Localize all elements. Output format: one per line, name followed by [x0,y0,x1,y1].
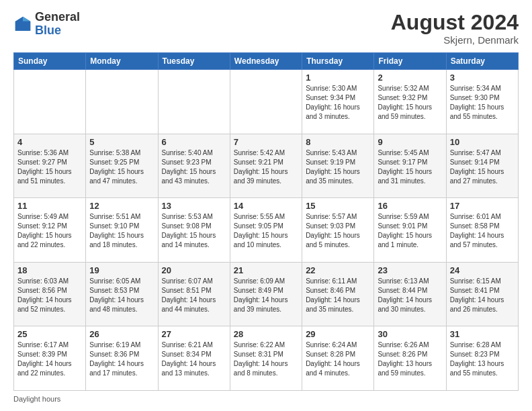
day-number: 15 [306,201,370,211]
table-row [230,70,302,134]
table-row: 26Sunrise: 6:19 AM Sunset: 8:36 PM Dayli… [86,326,158,391]
day-number: 10 [450,137,515,147]
col-friday: Friday [374,53,446,70]
table-row: 16Sunrise: 5:59 AM Sunset: 9:01 PM Dayli… [374,198,446,263]
logo-general: General [35,10,80,24]
table-row: 14Sunrise: 5:55 AM Sunset: 9:05 PM Dayli… [230,198,302,263]
table-row: 21Sunrise: 6:09 AM Sunset: 8:49 PM Dayli… [230,262,302,326]
day-info: Sunrise: 6:11 AM Sunset: 8:46 PM Dayligh… [306,277,370,314]
day-info: Sunrise: 6:15 AM Sunset: 8:41 PM Dayligh… [450,277,515,314]
logo-blue: Blue [35,24,61,37]
table-row: 25Sunrise: 6:17 AM Sunset: 8:39 PM Dayli… [14,326,86,391]
day-number: 2 [378,73,442,83]
table-row: 4Sunrise: 5:36 AM Sunset: 9:27 PM Daylig… [14,134,86,198]
table-row: 8Sunrise: 5:43 AM Sunset: 9:19 PM Daylig… [302,134,374,198]
day-number: 31 [450,329,515,339]
day-info: Sunrise: 6:21 AM Sunset: 8:34 PM Dayligh… [162,340,226,378]
table-row [86,70,158,134]
col-tuesday: Tuesday [158,53,230,70]
day-info: Sunrise: 6:26 AM Sunset: 8:26 PM Dayligh… [378,340,442,378]
col-wednesday: Wednesday [230,53,302,70]
day-number: 27 [162,329,226,339]
day-number: 25 [17,329,82,339]
day-number: 29 [306,329,370,339]
day-info: Sunrise: 5:47 AM Sunset: 9:14 PM Dayligh… [450,148,515,186]
day-number: 13 [162,201,226,211]
day-number: 23 [378,265,442,275]
table-row: 29Sunrise: 6:24 AM Sunset: 8:28 PM Dayli… [302,326,374,391]
table-row: 15Sunrise: 5:57 AM Sunset: 9:03 PM Dayli… [302,198,374,263]
table-row: 27Sunrise: 6:21 AM Sunset: 8:34 PM Dayli… [158,326,230,391]
calendar-table: Sunday Monday Tuesday Wednesday Thursday… [13,52,519,391]
calendar-week-row: 1Sunrise: 5:30 AM Sunset: 9:34 PM Daylig… [14,70,519,134]
day-number: 20 [162,265,226,275]
day-info: Sunrise: 6:07 AM Sunset: 8:51 PM Dayligh… [162,277,226,314]
day-info: Sunrise: 6:13 AM Sunset: 8:44 PM Dayligh… [378,277,442,314]
day-info: Sunrise: 6:17 AM Sunset: 8:39 PM Dayligh… [17,340,82,378]
day-info: Sunrise: 6:19 AM Sunset: 8:36 PM Dayligh… [89,340,154,378]
table-row: 31Sunrise: 6:28 AM Sunset: 8:23 PM Dayli… [446,326,518,391]
table-row: 11Sunrise: 5:49 AM Sunset: 9:12 PM Dayli… [14,198,86,263]
day-info: Sunrise: 5:55 AM Sunset: 9:05 PM Dayligh… [234,212,298,250]
table-row [14,70,86,134]
logo-icon [13,15,32,34]
title-block: August 2024 Skjern, Denmark [391,11,519,46]
day-info: Sunrise: 5:32 AM Sunset: 9:32 PM Dayligh… [378,84,442,122]
day-info: Sunrise: 5:36 AM Sunset: 9:27 PM Dayligh… [17,148,82,186]
day-number: 17 [450,201,515,211]
day-info: Sunrise: 6:24 AM Sunset: 8:28 PM Dayligh… [306,340,370,378]
day-number: 19 [89,265,154,275]
table-row: 12Sunrise: 5:51 AM Sunset: 9:10 PM Dayli… [86,198,158,263]
day-number: 5 [89,137,154,147]
day-number: 14 [234,201,298,211]
day-info: Sunrise: 5:59 AM Sunset: 9:01 PM Dayligh… [378,212,442,250]
day-number: 22 [306,265,370,275]
table-row: 22Sunrise: 6:11 AM Sunset: 8:46 PM Dayli… [302,262,374,326]
day-number: 1 [306,73,370,83]
page: General Blue August 2024 Skjern, Denmark… [0,0,532,411]
day-info: Sunrise: 5:57 AM Sunset: 9:03 PM Dayligh… [306,212,370,250]
calendar-week-row: 11Sunrise: 5:49 AM Sunset: 9:12 PM Dayli… [14,198,519,263]
calendar-week-row: 4Sunrise: 5:36 AM Sunset: 9:27 PM Daylig… [14,134,519,198]
day-info: Sunrise: 5:43 AM Sunset: 9:19 PM Dayligh… [306,148,370,186]
col-saturday: Saturday [446,53,518,70]
table-row: 2Sunrise: 5:32 AM Sunset: 9:32 PM Daylig… [374,70,446,134]
table-row: 9Sunrise: 5:45 AM Sunset: 9:17 PM Daylig… [374,134,446,198]
day-info: Sunrise: 6:22 AM Sunset: 8:31 PM Dayligh… [234,340,298,378]
footer: Daylight hours [13,395,519,403]
logo: General Blue [13,11,80,38]
table-row: 5Sunrise: 5:38 AM Sunset: 9:25 PM Daylig… [86,134,158,198]
table-row: 23Sunrise: 6:13 AM Sunset: 8:44 PM Dayli… [374,262,446,326]
table-row: 28Sunrise: 6:22 AM Sunset: 8:31 PM Dayli… [230,326,302,391]
day-info: Sunrise: 5:49 AM Sunset: 9:12 PM Dayligh… [17,212,82,250]
day-info: Sunrise: 5:53 AM Sunset: 9:08 PM Dayligh… [162,212,226,250]
day-info: Sunrise: 6:05 AM Sunset: 8:53 PM Dayligh… [89,277,154,314]
day-number: 21 [234,265,298,275]
day-number: 30 [378,329,442,339]
day-number: 16 [378,201,442,211]
day-number: 12 [89,201,154,211]
day-info: Sunrise: 6:09 AM Sunset: 8:49 PM Dayligh… [234,277,298,314]
table-row: 20Sunrise: 6:07 AM Sunset: 8:51 PM Dayli… [158,262,230,326]
day-number: 11 [17,201,82,211]
col-monday: Monday [86,53,158,70]
day-number: 28 [234,329,298,339]
svg-marker-1 [23,17,30,21]
day-number: 3 [450,73,515,83]
table-row [158,70,230,134]
col-sunday: Sunday [14,53,86,70]
calendar-header-row: Sunday Monday Tuesday Wednesday Thursday… [14,53,519,70]
table-row: 24Sunrise: 6:15 AM Sunset: 8:41 PM Dayli… [446,262,518,326]
table-row: 10Sunrise: 5:47 AM Sunset: 9:14 PM Dayli… [446,134,518,198]
calendar-week-row: 18Sunrise: 6:03 AM Sunset: 8:56 PM Dayli… [14,262,519,326]
day-number: 26 [89,329,154,339]
location: Skjern, Denmark [391,34,519,46]
day-number: 4 [17,137,82,147]
day-info: Sunrise: 5:40 AM Sunset: 9:23 PM Dayligh… [162,148,226,186]
table-row: 7Sunrise: 5:42 AM Sunset: 9:21 PM Daylig… [230,134,302,198]
logo-text: General Blue [35,11,80,38]
table-row: 3Sunrise: 5:34 AM Sunset: 9:30 PM Daylig… [446,70,518,134]
table-row: 19Sunrise: 6:05 AM Sunset: 8:53 PM Dayli… [86,262,158,326]
day-info: Sunrise: 5:45 AM Sunset: 9:17 PM Dayligh… [378,148,442,186]
day-info: Sunrise: 5:42 AM Sunset: 9:21 PM Dayligh… [234,148,298,186]
